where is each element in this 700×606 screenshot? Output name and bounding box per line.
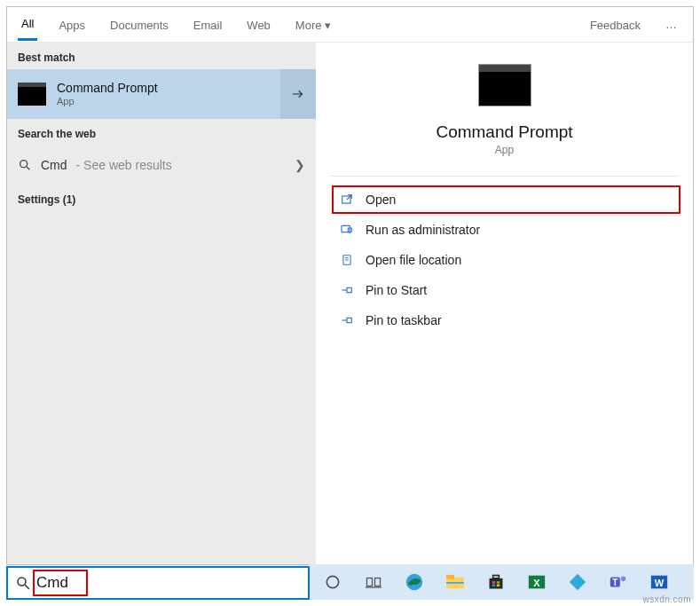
action-list: Open Run as administrator Open file loca…: [330, 187, 679, 333]
pin-icon: [339, 282, 355, 298]
tab-email[interactable]: Email: [190, 10, 226, 40]
svg-rect-28: [497, 585, 499, 587]
detail-title: Command Prompt: [436, 122, 572, 142]
best-match-result[interactable]: Command Prompt App: [7, 69, 316, 119]
word-icon[interactable]: W: [647, 570, 672, 594]
svg-text:T: T: [612, 578, 618, 587]
results-panel: Best match Command Prompt App Search the…: [7, 43, 316, 564]
search-window: All Apps Documents Email Web More ▾ Feed…: [6, 6, 694, 565]
tab-all[interactable]: All: [18, 8, 37, 41]
settings-header[interactable]: Settings (1): [7, 185, 316, 211]
search-input[interactable]: [36, 574, 301, 592]
pin-icon: [339, 312, 355, 328]
folder-icon: [339, 252, 355, 268]
svg-rect-12: [347, 318, 351, 322]
search-web-header: Search the web: [7, 119, 316, 146]
open-location-label: Open file location: [366, 253, 461, 267]
detail-panel: Command Prompt App Open Run as administr…: [316, 43, 693, 564]
excel-icon[interactable]: X: [524, 570, 549, 594]
search-icon: [18, 158, 32, 172]
cortana-icon[interactable]: [320, 570, 345, 594]
file-explorer-icon[interactable]: [443, 570, 468, 594]
tab-web[interactable]: Web: [243, 10, 274, 40]
run-admin-label: Run as administrator: [366, 223, 480, 237]
chevron-down-icon: ▾: [325, 19, 331, 32]
detail-subtitle: App: [495, 144, 514, 156]
best-match-header: Best match: [7, 43, 316, 69]
watermark: wsxdn.com: [642, 594, 691, 604]
svg-line-2: [27, 167, 29, 169]
svg-marker-31: [570, 574, 586, 590]
pin-taskbar-action[interactable]: Pin to taskbar: [334, 308, 679, 333]
pin-start-label: Pin to Start: [366, 283, 427, 297]
svg-rect-5: [342, 225, 350, 232]
svg-rect-25: [492, 581, 495, 584]
teams-icon[interactable]: T: [606, 570, 631, 594]
scope-tabs: All Apps Documents Email Web More ▾ Feed…: [7, 7, 693, 43]
command-prompt-icon: [478, 64, 531, 106]
result-subtitle: App: [57, 96, 158, 107]
chevron-right-icon: ❯: [295, 158, 305, 172]
tab-documents[interactable]: Documents: [106, 10, 172, 40]
store-icon[interactable]: [484, 570, 508, 594]
svg-rect-26: [497, 581, 499, 584]
more-options-icon[interactable]: …: [662, 18, 682, 31]
open-action[interactable]: Open: [334, 187, 679, 212]
edge-icon[interactable]: [402, 570, 427, 594]
web-query-text: Cmd: [41, 158, 67, 172]
divider: [330, 176, 679, 177]
pin-taskbar-label: Pin to taskbar: [366, 313, 442, 327]
web-result[interactable]: Cmd - See web results ❯: [7, 146, 316, 185]
feedback-link[interactable]: Feedback: [586, 10, 644, 40]
tab-more-label: More: [295, 19, 322, 32]
svg-rect-10: [347, 287, 351, 292]
svg-rect-16: [367, 578, 373, 586]
arrow-right-icon[interactable]: [280, 69, 316, 119]
svg-point-1: [20, 161, 28, 168]
open-icon: [339, 192, 355, 208]
svg-rect-24: [493, 576, 499, 578]
pin-start-action[interactable]: Pin to Start: [334, 278, 679, 303]
svg-rect-21: [446, 575, 454, 579]
svg-line-14: [25, 585, 29, 589]
svg-point-15: [326, 576, 338, 587]
svg-point-13: [18, 578, 26, 586]
svg-rect-17: [375, 578, 381, 586]
run-admin-action[interactable]: Run as administrator: [334, 217, 679, 242]
svg-text:W: W: [655, 578, 665, 588]
search-icon: [15, 575, 31, 591]
search-box[interactable]: [6, 566, 310, 600]
svg-rect-27: [492, 585, 495, 587]
svg-point-33: [621, 577, 626, 582]
open-label: Open: [366, 193, 396, 207]
tab-apps[interactable]: Apps: [55, 10, 89, 40]
web-hint-text: - See web results: [76, 158, 172, 172]
task-view-icon[interactable]: [361, 570, 386, 594]
svg-rect-23: [490, 578, 503, 589]
svg-text:X: X: [533, 578, 540, 588]
open-location-action[interactable]: Open file location: [334, 248, 679, 272]
tab-more[interactable]: More ▾: [292, 10, 334, 40]
svg-rect-22: [446, 582, 464, 584]
taskbar: X T W: [310, 564, 694, 600]
shield-icon: [339, 222, 355, 238]
kodi-icon[interactable]: [565, 570, 590, 594]
command-prompt-icon: [18, 83, 46, 106]
result-title: Command Prompt: [57, 81, 158, 96]
